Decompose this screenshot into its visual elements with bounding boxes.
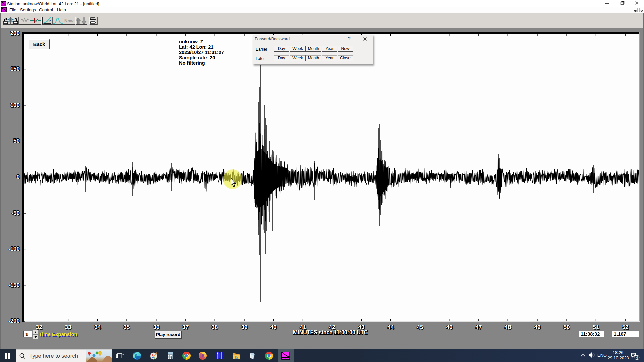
svg-text:P: P [49, 19, 51, 23]
svg-text:4: 4 [636, 356, 638, 360]
